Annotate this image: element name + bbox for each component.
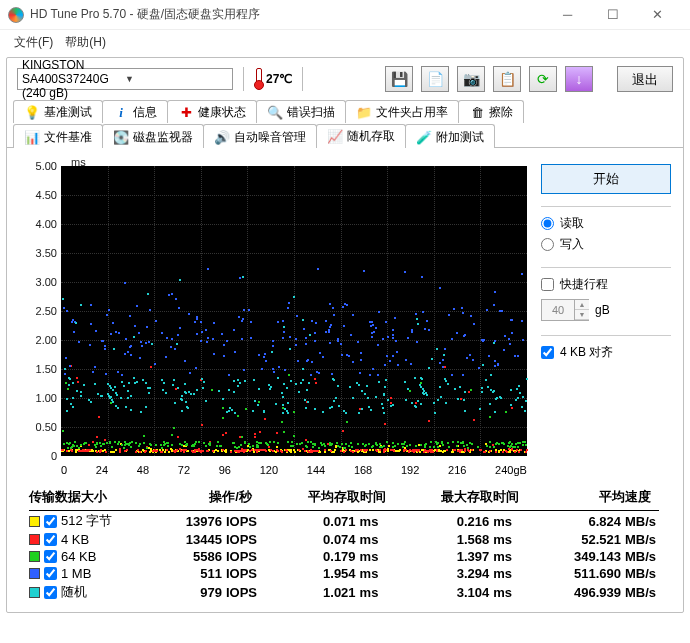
rate-value: 496.939 (527, 582, 625, 602)
table-row: 1 MB511IOPS1.954ms3.294ms511.690MB/s (29, 565, 659, 582)
quick-size-spinner[interactable]: ▲▼ (541, 299, 589, 321)
quick-size-input[interactable] (542, 300, 574, 320)
tab-aam[interactable]: 🔊自动噪音管理 (203, 124, 317, 148)
ms-unit: ms (493, 548, 527, 565)
maximize-button[interactable]: ☐ (590, 1, 635, 29)
col-transfer-size: 传输数据大小 (29, 486, 149, 511)
menu-file[interactable]: 文件(F) (14, 34, 53, 51)
check-align[interactable]: 4 KB 对齐 (541, 344, 671, 361)
avg-value: 0.074 (260, 531, 360, 548)
series-label: 1 MB (61, 566, 91, 581)
start-button[interactable]: 开始 (541, 164, 671, 194)
y-tick: 4.50 (36, 189, 57, 201)
iops-value: 13445 (149, 531, 226, 548)
col-iops: 操作/秒 (149, 486, 260, 511)
x-tick: 24 (96, 464, 108, 476)
tab-errorscan[interactable]: 🔍错误扫描 (256, 100, 346, 123)
x-tick: 72 (178, 464, 190, 476)
x-tick: 240gB (495, 464, 527, 476)
radio-read[interactable]: 读取 (541, 215, 671, 232)
iops-value: 13976 (149, 511, 226, 532)
app-icon (8, 7, 24, 23)
erase-icon: 🗑 (469, 105, 485, 121)
down-button[interactable]: ↓ (565, 66, 593, 92)
spin-up-icon[interactable]: ▲ (575, 300, 589, 310)
y-tick: 4.00 (36, 218, 57, 230)
down-arrow-icon: ↓ (576, 71, 583, 87)
tab-filebench[interactable]: 📊文件基准 (13, 124, 103, 148)
exit-button[interactable]: 退出 (617, 66, 673, 92)
temperature: 27℃ (254, 68, 292, 90)
spinner-buttons[interactable]: ▲▼ (574, 300, 589, 320)
chevron-down-icon: ▼ (125, 74, 228, 84)
minimize-button[interactable]: ─ (545, 1, 590, 29)
x-tick: 144 (307, 464, 325, 476)
tab-random-access[interactable]: 📈随机存取 (316, 124, 406, 148)
tab-folderusage[interactable]: 📁文件夹占用率 (345, 100, 459, 123)
close-button[interactable]: ✕ (635, 1, 680, 29)
x-tick: 216 (448, 464, 466, 476)
series-checkbox[interactable] (44, 567, 57, 580)
rate-unit: MB/s (625, 531, 659, 548)
screenshot-button[interactable]: 📷 (457, 66, 485, 92)
filebench-icon: 📊 (24, 129, 40, 145)
copy-text-icon: 📄 (427, 71, 444, 87)
tab-health[interactable]: ✚健康状态 (167, 100, 257, 123)
ms-unit: ms (360, 531, 394, 548)
y-tick: 5.00 (36, 160, 57, 172)
iops-unit: IOPS (226, 565, 260, 582)
refresh-icon: ⟳ (537, 71, 549, 87)
rate-value: 52.521 (527, 531, 625, 548)
quick-size-row: ▲▼ gB (541, 299, 671, 321)
max-value: 1.397 (394, 548, 494, 565)
copy-button[interactable]: 📋 (493, 66, 521, 92)
health-icon: ✚ (178, 105, 194, 121)
refresh-button[interactable]: ⟳ (529, 66, 557, 92)
tab-monitor[interactable]: 💽磁盘监视器 (102, 124, 204, 148)
rate-unit: MB/s (625, 582, 659, 602)
tab-erase[interactable]: 🗑擦除 (458, 100, 524, 123)
rate-value: 511.690 (527, 565, 625, 582)
y-tick: 1.00 (36, 392, 57, 404)
x-tick: 48 (137, 464, 149, 476)
top-toolbar: KINGSTON SA400S37240G (240 gB) ▼ 27℃ 💾 📄… (7, 58, 683, 100)
max-value: 3.104 (394, 582, 494, 602)
drive-select[interactable]: KINGSTON SA400S37240G (240 gB) ▼ (17, 68, 233, 90)
extra-icon: 🧪 (416, 129, 432, 145)
chart-area: ms 024487296120144168192216240gB 5.004.5… (15, 158, 527, 476)
col-rate: 平均速度 (527, 486, 659, 511)
quick-size-unit: gB (595, 303, 610, 317)
random-icon: 📈 (327, 129, 343, 145)
iops-unit: IOPS (226, 582, 260, 602)
ms-unit: ms (493, 531, 527, 548)
tab-benchmark[interactable]: 💡基准测试 (13, 100, 103, 123)
spin-down-icon[interactable]: ▼ (575, 310, 589, 320)
menubar: 文件(F) 帮助(H) (0, 30, 690, 57)
y-tick: 3.50 (36, 247, 57, 259)
copy-icon: 📋 (499, 71, 516, 87)
y-tick: 1.50 (36, 363, 57, 375)
series-checkbox[interactable] (44, 550, 57, 563)
rate-unit: MB/s (625, 565, 659, 582)
tab-info[interactable]: i信息 (102, 100, 168, 123)
main-frame: KINGSTON SA400S37240G (240 gB) ▼ 27℃ 💾 📄… (6, 57, 684, 613)
avg-value: 1.021 (260, 582, 360, 602)
rate-value: 349.143 (527, 548, 625, 565)
iops-unit: IOPS (226, 531, 260, 548)
series-checkbox[interactable] (44, 586, 57, 599)
series-checkbox[interactable] (44, 533, 57, 546)
menu-help[interactable]: 帮助(H) (65, 34, 106, 51)
folder-icon: 📁 (356, 105, 372, 121)
save-button[interactable]: 💾 (385, 66, 413, 92)
iops-value: 5586 (149, 548, 226, 565)
align-group: 4 KB 对齐 (541, 335, 671, 361)
info-icon: i (113, 105, 129, 121)
series-checkbox[interactable] (44, 515, 57, 528)
avg-value: 0.071 (260, 511, 360, 532)
x-tick: 120 (260, 464, 278, 476)
copy-text-button[interactable]: 📄 (421, 66, 449, 92)
radio-write[interactable]: 写入 (541, 236, 671, 253)
color-swatch (29, 568, 40, 579)
check-quick[interactable]: 快捷行程 (541, 276, 671, 293)
tab-extra[interactable]: 🧪附加测试 (405, 124, 495, 148)
